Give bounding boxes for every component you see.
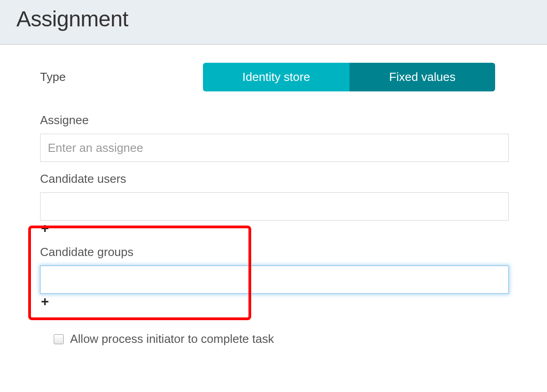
candidate-groups-group: Candidate groups + — [40, 245, 507, 308]
content-area: Type Identity store Fixed values Assigne… — [0, 45, 547, 346]
candidate-users-label: Candidate users — [40, 172, 507, 186]
page-title: Assignment — [16, 6, 531, 31]
type-option-identity-store[interactable]: Identity store — [203, 63, 349, 91]
plus-icon: + — [41, 221, 49, 236]
allow-initiator-label: Allow process initiator to complete task — [70, 332, 274, 346]
type-row: Type Identity store Fixed values — [40, 63, 507, 91]
plus-icon: + — [41, 294, 49, 309]
candidate-groups-label: Candidate groups — [40, 245, 507, 259]
candidate-users-group: Candidate users + — [40, 172, 507, 235]
assignee-input[interactable] — [40, 134, 509, 162]
type-option-fixed-values[interactable]: Fixed values — [349, 63, 495, 91]
type-toggle-group: Identity store Fixed values — [203, 63, 495, 91]
add-candidate-user-button[interactable]: + — [40, 221, 49, 235]
assignee-group: Assignee — [40, 113, 507, 162]
candidate-users-input[interactable] — [40, 192, 509, 221]
type-label: Type — [40, 70, 203, 84]
candidate-groups-input[interactable] — [40, 266, 509, 294]
add-candidate-group-button[interactable]: + — [40, 294, 49, 308]
allow-initiator-row: Allow process initiator to complete task — [54, 332, 507, 346]
assignee-label: Assignee — [40, 113, 507, 127]
allow-initiator-checkbox[interactable] — [54, 334, 64, 344]
header-bar: Assignment — [0, 0, 547, 45]
